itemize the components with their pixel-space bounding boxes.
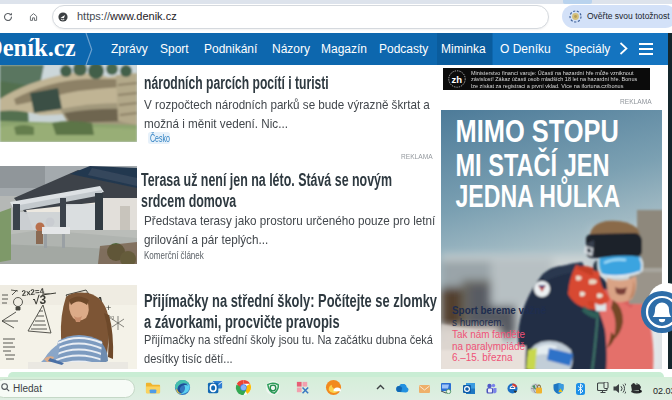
svg-text:zh: zh — [451, 74, 462, 85]
svg-text:MI STAČÍ JEN: MI STAČÍ JEN — [456, 147, 610, 182]
svg-text:MIMO STOPU: MIMO STOPU — [456, 113, 619, 148]
svg-text:s humorem.: s humorem. — [452, 316, 504, 328]
svg-text:6.–15. března: 6.–15. března — [452, 352, 513, 364]
svg-text:Tak nám fanděte: Tak nám fanděte — [452, 329, 525, 341]
svg-text:JEDNA HŮLKA: JEDNA HŮLKA — [456, 176, 621, 213]
svg-text:Sport bereme vážně: Sport bereme vážně — [452, 304, 546, 316]
svg-text:na paralympiádě: na paralympiádě — [452, 341, 525, 353]
svg-text:!: ! — [560, 389, 561, 393]
